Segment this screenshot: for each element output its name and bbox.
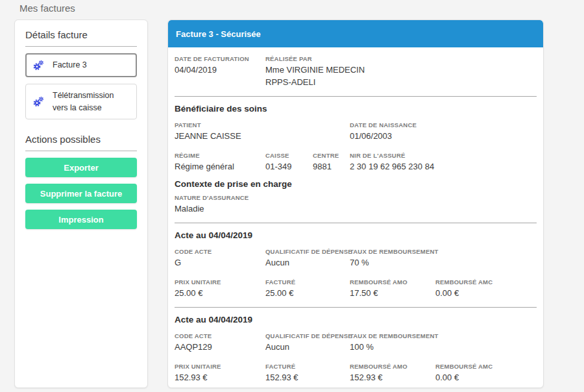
acte-2-heading: Acte au 04/04/2019 (175, 315, 537, 325)
patient-row: PATIENT JEANNE CAISSE DATE DE NAISSANCE … (175, 121, 537, 141)
facture-value: 25.00 € (265, 288, 350, 299)
qualificatif-field: QUALIFICATIF DE DÉPENSE Aucun (265, 248, 350, 268)
centre-field: CENTRE 9881 (313, 152, 350, 172)
regime-value: Régime général (175, 161, 265, 172)
export-button[interactable]: Exporter (25, 158, 137, 177)
facture-label: FACTURÉ (265, 363, 350, 371)
code-acte-field: CODE ACTE G (175, 248, 265, 268)
billing-date-value: 04/04/2019 (175, 64, 265, 75)
caisse-field: CAISSE 01-349 (265, 152, 313, 172)
taux-value: 100 % (350, 341, 435, 352)
code-acte-value: AAQP129 (175, 341, 265, 352)
rembourse-amo-label: REMBOURSÉ AMO (350, 278, 435, 286)
birthdate-field: DATE DE NAISSANCE 01/06/2003 (350, 121, 537, 141)
rembourse-amc-field: REMBOURSÉ AMC 0.00 € (435, 278, 537, 299)
caisse-value: 01-349 (265, 161, 313, 172)
page-title: Mes factures (19, 3, 75, 14)
taux-value: 70 % (350, 257, 435, 268)
cogs-icon (33, 96, 44, 107)
code-acte-label: CODE ACTE (175, 248, 265, 256)
section-divider (175, 223, 537, 223)
taux-label: TAUX DE REMBOURSEMENT (350, 248, 435, 256)
taux-field: TAUX DE REMBOURSEMENT 70 % (350, 248, 435, 268)
rembourse-amo-label: REMBOURSÉ AMO (350, 363, 435, 371)
billing-by-name: Mme VIRGINIE MEDECIN (265, 64, 537, 75)
nature-field: NATURE D'ASSURANCE Maladie (175, 194, 265, 214)
nature-label: NATURE D'ASSURANCE (175, 194, 265, 202)
acte-2-amounts-row: PRIX UNITAIRE 152.93 € FACTURÉ 152.93 € … (175, 363, 537, 383)
qualificatif-value: Aucun (265, 341, 350, 352)
facture-value: 152.93 € (265, 372, 350, 383)
rembourse-amc-value: 0.00 € (435, 288, 537, 299)
qualificatif-value: Aucun (265, 257, 350, 268)
prix-unitaire-value: 152.93 € (175, 372, 265, 383)
code-acte-value: G (175, 257, 265, 268)
rembourse-amo-value: 152.93 € (350, 372, 435, 383)
patient-value: JEANNE CAISSE (175, 130, 350, 141)
acte-2-info-row: CODE ACTE AAQP129 QUALIFICATIF DE DÉPENS… (175, 332, 537, 352)
print-button[interactable]: Impression (25, 210, 137, 229)
section-divider (175, 96, 537, 97)
invoice-header: Facture 3 - Sécurisée (168, 20, 543, 47)
taux-label: TAUX DE REMBOURSEMENT (350, 332, 435, 340)
patient-label: PATIENT (175, 121, 350, 129)
regime-row: RÉGIME Régime général CAISSE 01-349 CENT… (175, 152, 537, 172)
details-sidebar: Détails facture Facture 3 (14, 19, 148, 388)
acte-1-heading: Acte au 04/04/2019 (175, 230, 537, 240)
rembourse-amo-value: 17.50 € (350, 288, 435, 299)
sidebar-item-label: Télétransmission vers la caisse (53, 90, 129, 114)
nature-value: Maladie (175, 203, 265, 214)
prix-unitaire-label: PRIX UNITAIRE (175, 278, 265, 286)
centre-value: 9881 (313, 161, 350, 172)
delete-invoice-button[interactable]: Supprimer la facture (25, 184, 137, 203)
nir-field: NIR DE L'ASSURÉ 2 30 19 62 965 230 84 (350, 152, 537, 172)
sidebar-item-label: Facture 3 (53, 59, 87, 71)
rembourse-amc-value: 0.00 € (435, 372, 537, 383)
acte-1-info-row: CODE ACTE G QUALIFICATIF DE DÉPENSE Aucu… (175, 248, 537, 268)
qualificatif-label: QUALIFICATIF DE DÉPENSE (265, 248, 350, 256)
birthdate-value: 01/06/2003 (350, 130, 537, 141)
nature-row: NATURE D'ASSURANCE Maladie (175, 194, 537, 214)
billing-by-field: RÉALISÉE PAR Mme VIRGINIE MEDECIN RPPS-A… (265, 55, 537, 88)
beneficiary-heading: Bénéficiaire des soins (175, 104, 537, 114)
nir-label: NIR DE L'ASSURÉ (350, 152, 537, 160)
birthdate-label: DATE DE NAISSANCE (350, 121, 537, 129)
regime-label: RÉGIME (175, 152, 265, 160)
billing-by-id: RPPS-ADELI (265, 77, 537, 88)
prix-unitaire-field: PRIX UNITAIRE 152.93 € (175, 363, 265, 383)
details-heading: Détails facture (25, 29, 137, 40)
qualificatif-label: QUALIFICATIF DE DÉPENSE (265, 332, 350, 340)
facture-label: FACTURÉ (265, 278, 350, 286)
billing-by-label: RÉALISÉE PAR (265, 55, 537, 63)
section-divider (175, 307, 537, 308)
rembourse-amc-field: REMBOURSÉ AMC 0.00 € (435, 363, 537, 383)
invoice-content: DATE DE FACTURATION 04/04/2019 RÉALISÉE … (168, 47, 543, 383)
caisse-label: CAISSE (265, 152, 313, 160)
facture-field: FACTURÉ 25.00 € (265, 278, 350, 299)
billing-row: DATE DE FACTURATION 04/04/2019 RÉALISÉE … (175, 55, 537, 88)
prix-unitaire-field: PRIX UNITAIRE 25.00 € (175, 278, 265, 299)
qualificatif-field: QUALIFICATIF DE DÉPENSE Aucun (265, 332, 350, 352)
cogs-icon (33, 60, 44, 71)
nir-value: 2 30 19 62 965 230 84 (350, 161, 537, 172)
patient-field: PATIENT JEANNE CAISSE (175, 121, 350, 141)
acte-1-amounts-row: PRIX UNITAIRE 25.00 € FACTURÉ 25.00 € RE… (175, 278, 537, 299)
taux-field: TAUX DE REMBOURSEMENT 100 % (350, 332, 435, 352)
actions-heading: Actions possibles (25, 134, 137, 145)
facture-field: FACTURÉ 152.93 € (265, 363, 350, 383)
rembourse-amo-field: REMBOURSÉ AMO 17.50 € (350, 278, 435, 299)
sidebar-item-teletransmission[interactable]: Télétransmission vers la caisse (25, 84, 137, 120)
code-acte-label: CODE ACTE (175, 332, 265, 340)
sidebar-divider (25, 46, 137, 47)
billing-date-label: DATE DE FACTURATION (175, 55, 265, 63)
rembourse-amc-label: REMBOURSÉ AMC (435, 278, 537, 286)
code-acte-field: CODE ACTE AAQP129 (175, 332, 265, 352)
regime-field: RÉGIME Régime général (175, 152, 265, 172)
billing-date-field: DATE DE FACTURATION 04/04/2019 (175, 55, 265, 88)
invoice-panel: Facture 3 - Sécurisée DATE DE FACTURATIO… (167, 19, 544, 388)
rembourse-amo-field: REMBOURSÉ AMO 152.93 € (350, 363, 435, 383)
context-heading: Contexte de prise en charge (175, 179, 537, 189)
prix-unitaire-value: 25.00 € (175, 288, 265, 299)
sidebar-item-facture-3[interactable]: Facture 3 (25, 53, 137, 77)
centre-label: CENTRE (313, 152, 350, 160)
